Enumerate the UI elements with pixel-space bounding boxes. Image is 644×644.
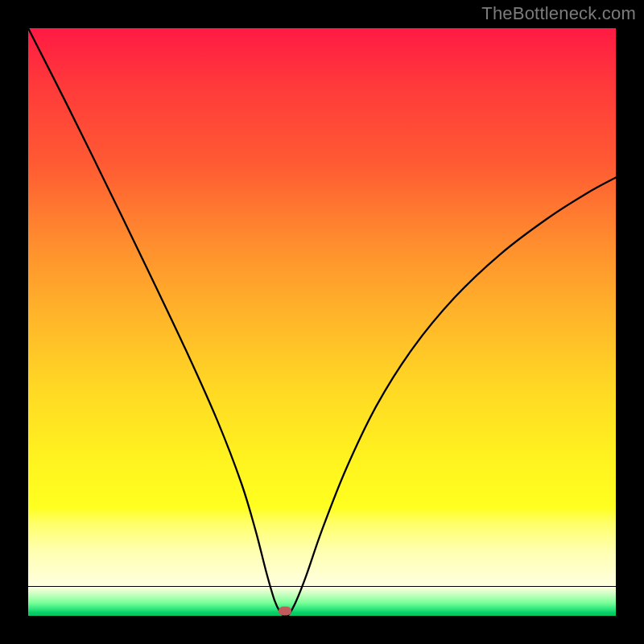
bottleneck-curve <box>28 28 616 616</box>
plot-area <box>28 28 616 616</box>
frame: TheBottleneck.com <box>0 0 644 644</box>
optimum-marker <box>279 607 291 616</box>
watermark-label: TheBottleneck.com <box>481 3 636 24</box>
